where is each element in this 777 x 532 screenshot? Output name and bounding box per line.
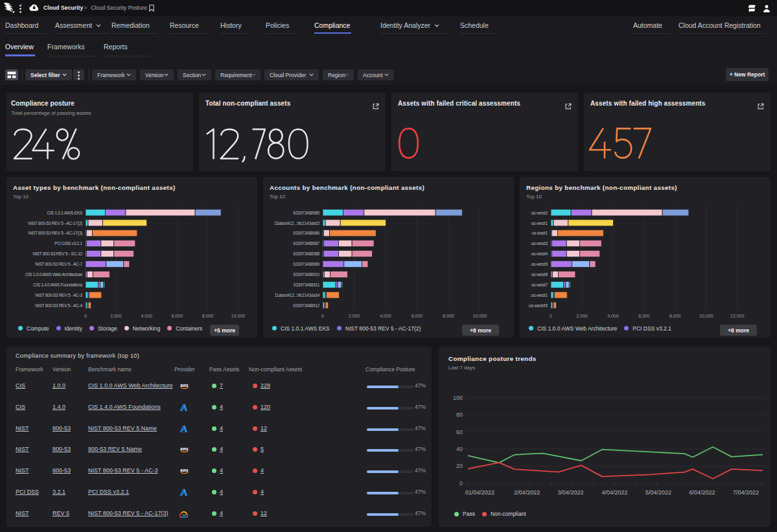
- svg-text:4/04/2022: 4/04/2022: [601, 489, 627, 496]
- svg-text:5/04/2022: 5/04/2022: [645, 489, 671, 496]
- svg-text:0: 0: [321, 314, 324, 318]
- svg-text:6/04/2022: 6/04/2022: [689, 489, 715, 496]
- svg-text:2,000: 2,000: [110, 314, 122, 318]
- svg-text:6,000: 6,000: [638, 314, 650, 318]
- svg-text:CIS 1.0.1 AWS EKS: CIS 1.0.1 AWS EKS: [47, 211, 82, 215]
- svg-text:2/04/2022: 2/04/2022: [514, 489, 540, 496]
- svg-text:PCI DSS v3.2.1: PCI DSS v3.2.1: [54, 241, 82, 246]
- svg-text:CIS 1.0.0 AWS Web Architecture: CIS 1.0.0 AWS Web Architecture: [25, 272, 83, 277]
- svg-text:NIST 800-53 REV 5 - AC-17(2): NIST 800-53 REV 5 - AC-17(2): [29, 221, 82, 226]
- svg-text:NIST 800-53 REV 5 - SC-12: NIST 800-53 REV 5 - SC-12: [33, 251, 83, 256]
- svg-text:us-west2: us-west2: [531, 211, 548, 215]
- svg-text:us-west4: us-west4: [531, 251, 548, 256]
- svg-text:12,000: 12,000: [730, 314, 745, 318]
- svg-text:us-west7: us-west7: [531, 283, 548, 287]
- svg-text:NIST 800-53 REV 5 - AC-4: NIST 800-53 REV 5 - AC-4: [35, 303, 82, 308]
- svg-text:633973488987: 633973488987: [294, 241, 320, 246]
- svg-text:CIS 1.4.0 AWS Foundations: CIS 1.4.0 AWS Foundations: [33, 283, 83, 287]
- svg-text:2,000: 2,000: [576, 314, 588, 318]
- svg-text:10,000: 10,000: [231, 314, 246, 318]
- svg-text:us-west3: us-west3: [531, 241, 548, 246]
- svg-text:.us-west1: .us-west1: [530, 293, 548, 297]
- svg-text:aws: aws: [180, 383, 189, 387]
- svg-text:633973488989: 633973488989: [294, 262, 320, 266]
- svg-text:aws: aws: [180, 446, 189, 451]
- svg-text:633973488910: 633973488910: [294, 272, 320, 277]
- svg-text:NIST 800-53 REV 5 - AC-17(3): NIST 800-53 REV 5 - AC-17(3): [29, 231, 82, 236]
- svg-text:us-west8: us-west8: [531, 272, 548, 277]
- svg-text:us-west9: us-west9: [531, 262, 548, 266]
- svg-text:8,000: 8,000: [202, 314, 214, 318]
- svg-text:8,000: 8,000: [443, 314, 454, 318]
- svg-text:6,000: 6,000: [412, 314, 423, 318]
- svg-text:0: 0: [84, 314, 87, 318]
- svg-text:0: 0: [459, 480, 463, 487]
- svg-text:11abed412...0fc2143da34: 11abed412...0fc2143da34: [275, 293, 320, 297]
- svg-text:8,000: 8,000: [669, 314, 681, 318]
- svg-text:aws: aws: [180, 468, 189, 472]
- svg-text:01/04/2022: 01/04/2022: [465, 489, 494, 496]
- svg-text:4,000: 4,000: [380, 314, 391, 318]
- svg-text:2,000: 2,000: [349, 314, 360, 318]
- svg-text:633973488988: 633973488988: [294, 251, 320, 256]
- svg-text:633973488986: 633973488986: [294, 231, 320, 235]
- svg-text:us-west1: us-west1: [531, 221, 548, 226]
- svg-text:0: 0: [550, 314, 552, 318]
- svg-text:100: 100: [453, 395, 463, 401]
- svg-text:4,000: 4,000: [141, 314, 152, 318]
- svg-text:60: 60: [456, 429, 463, 435]
- svg-text:3/04/2022: 3/04/2022: [557, 489, 583, 496]
- svg-text:10,000: 10,000: [473, 314, 487, 318]
- svg-text:633973488912: 633973488912: [294, 303, 320, 308]
- svg-text:6,000: 6,000: [172, 314, 183, 318]
- svg-text:633973488911: 633973488911: [294, 283, 320, 287]
- svg-text:us-east1: us-east1: [532, 231, 548, 235]
- svg-text:NIST 800-53 REV 5 - AC-3: NIST 800-53 REV 5 - AC-3: [35, 293, 82, 297]
- svg-text:us-west45: us-west45: [529, 303, 548, 308]
- svg-text:33abed412...0fc2143da02: 33abed412...0fc2143da02: [274, 221, 319, 226]
- svg-text:4,000: 4,000: [607, 314, 619, 318]
- svg-text:40: 40: [456, 446, 463, 452]
- svg-text:7/04/2022: 7/04/2022: [733, 489, 759, 496]
- svg-text:633973488985: 633973488985: [294, 211, 320, 215]
- svg-text:80: 80: [456, 411, 463, 418]
- svg-text:NIST 800-53 REV 5 - AC-7: NIST 800-53 REV 5 - AC-7: [35, 262, 82, 266]
- svg-text:10,000: 10,000: [699, 314, 713, 318]
- svg-text:20: 20: [456, 463, 463, 469]
